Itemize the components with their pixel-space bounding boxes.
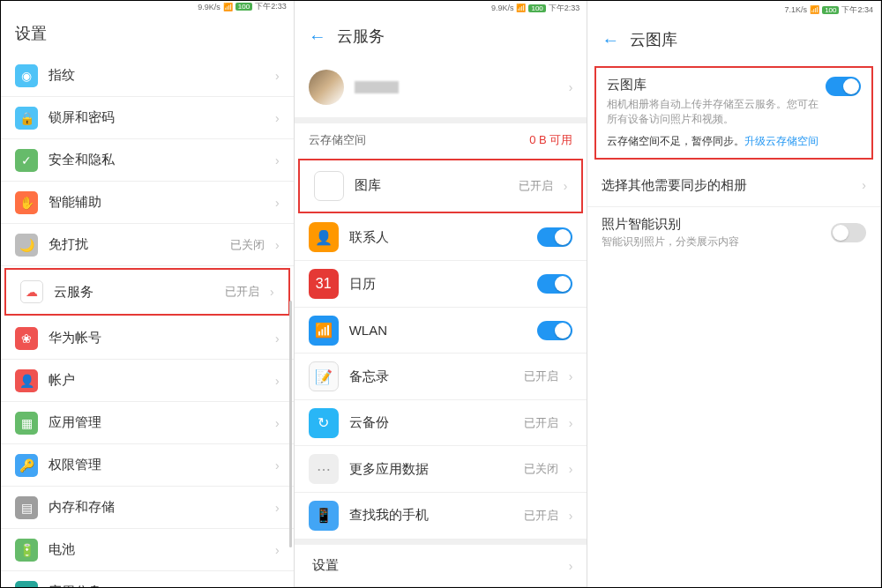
shield-icon: ✓ — [15, 149, 38, 172]
back-button[interactable]: ← — [309, 26, 326, 47]
contacts-toggle[interactable] — [537, 227, 572, 247]
apps-icon: ▦ — [15, 412, 38, 435]
person-icon: 👤 — [15, 369, 38, 392]
item-more-data[interactable]: ⋯更多应用数据已关闭› — [295, 446, 587, 493]
battery-icon: 🔋 — [15, 539, 38, 562]
chevron-right-icon: › — [564, 179, 568, 193]
cloud-gallery-toggle[interactable] — [826, 77, 861, 96]
chevron-right-icon: › — [275, 196, 280, 210]
header: ← 云图库 — [587, 19, 880, 61]
cloud-service-panel: 9.9K/s 📶 100 下午2:33 ← 云服务 › 云存储空间 0 B 可用… — [295, 1, 588, 587]
item-huawei-account[interactable]: ❀华为帐号› — [1, 317, 294, 360]
backup-icon: ↻ — [309, 408, 339, 438]
avatar — [309, 70, 344, 105]
item-battery[interactable]: 🔋电池› — [1, 529, 294, 571]
smart-recognition-toggle[interactable] — [831, 223, 866, 242]
item-wlan[interactable]: 📶WLAN — [295, 308, 587, 354]
profile-row[interactable]: › — [295, 57, 587, 117]
chevron-right-icon: › — [569, 369, 573, 383]
username-redacted — [355, 81, 399, 93]
item-contacts[interactable]: 👤联系人 — [295, 215, 587, 262]
settings-panel: 9.9K/s 📶 100 下午2:33 设置 ◉指纹› 🔒锁屏和密码› ✓安全和… — [1, 1, 295, 587]
chevron-right-icon: › — [569, 416, 573, 430]
status-bar: 7.1K/s 📶 100 下午2:34 — [587, 1, 880, 19]
item-permissions[interactable]: 🔑权限管理› — [1, 444, 294, 487]
storage-warning: 云存储空间不足，暂停同步。升级云存储空间 — [607, 134, 861, 149]
page-title: 云图库 — [630, 29, 677, 50]
net-speed: 9.9K/s — [198, 3, 220, 11]
chevron-right-icon: › — [275, 111, 280, 125]
lock-icon: 🔒 — [15, 107, 38, 130]
item-notes[interactable]: 📝备忘录已开启› — [295, 354, 587, 400]
chevron-right-icon: › — [270, 285, 274, 299]
net-speed: 7.1K/s — [785, 5, 808, 14]
back-button[interactable]: ← — [602, 30, 619, 50]
item-security[interactable]: ✓安全和隐私› — [1, 139, 294, 182]
chevron-right-icon: › — [569, 80, 573, 94]
wlan-toggle[interactable] — [537, 321, 572, 340]
calendar-icon: 31 — [309, 269, 339, 299]
fingerprint-icon: ◉ — [15, 64, 38, 87]
chevron-right-icon: › — [275, 543, 280, 557]
cloud-gallery-panel: 7.1K/s 📶 100 下午2:34 ← 云图库 云图库 相机相册将自动上传并… — [587, 1, 881, 587]
item-fingerprint[interactable]: ◉指纹› — [1, 55, 294, 97]
chevron-right-icon: › — [275, 416, 280, 430]
item-find-phone[interactable]: 📱查找我的手机已开启› — [295, 493, 587, 540]
chevron-right-icon: › — [275, 374, 280, 388]
battery-level: 100 — [528, 4, 545, 12]
twin-icon: ◫ — [15, 581, 38, 588]
item-storage[interactable]: ▤内存和存储› — [1, 487, 294, 529]
highlight-cloud-gallery: 云图库 相机相册将自动上传并存储至云服务。您可在所有设备访问照片和视频。 云存储… — [594, 66, 873, 160]
signal-icon: 📶 — [516, 4, 526, 12]
storage-icon: ▤ — [15, 496, 38, 519]
chevron-right-icon: › — [862, 178, 866, 192]
calendar-toggle[interactable] — [537, 274, 572, 294]
item-accounts[interactable]: 👤帐户› — [1, 360, 294, 402]
item-app-twin[interactable]: ◫应用分身› — [1, 571, 294, 587]
cloud-icon: ☁ — [20, 280, 43, 303]
chevron-right-icon: › — [569, 509, 573, 523]
scrollbar[interactable] — [289, 301, 292, 547]
chevron-right-icon: › — [275, 585, 280, 588]
chevron-right-icon: › — [569, 559, 573, 573]
signal-icon: 📶 — [223, 3, 233, 11]
item-gallery[interactable]: 🖼图库已开启› — [300, 160, 582, 212]
highlight-gallery: 🖼图库已开启› — [298, 159, 584, 213]
item-app-mgmt[interactable]: ▦应用管理› — [1, 402, 294, 444]
battery-level: 100 — [822, 6, 839, 14]
chevron-right-icon: › — [275, 238, 280, 252]
signal-icon: 📶 — [810, 5, 819, 14]
highlight-cloud-service: ☁云服务已开启› — [4, 268, 290, 316]
chevron-right-icon: › — [275, 69, 280, 83]
storage-header[interactable]: 云存储空间 0 B 可用 — [295, 123, 587, 157]
status-bar: 9.9K/s 📶 100 下午2:33 — [295, 1, 587, 15]
wifi-icon: 📶 — [309, 316, 339, 346]
clock: 下午2:33 — [255, 1, 287, 12]
item-smart-recognition[interactable]: 照片智能识别 智能识别照片，分类展示内容 — [587, 207, 880, 258]
huawei-icon: ❀ — [15, 327, 38, 350]
chevron-right-icon: › — [275, 153, 280, 167]
upgrade-storage-link[interactable]: 升级云存储空间 — [744, 135, 818, 147]
status-bar: 9.9K/s 📶 100 下午2:33 — [1, 1, 294, 12]
item-lockscreen[interactable]: 🔒锁屏和密码› — [1, 97, 294, 139]
item-cloud-service[interactable]: ☁云服务已开启› — [6, 270, 288, 314]
item-calendar[interactable]: 31日历 — [295, 261, 587, 308]
key-icon: 🔑 — [15, 454, 38, 477]
page-title: 设置 — [1, 12, 294, 55]
chevron-right-icon: › — [275, 458, 280, 473]
more-icon: ⋯ — [309, 454, 339, 484]
contacts-icon: 👤 — [309, 222, 339, 252]
item-select-albums[interactable]: 选择其他需要同步的相册 › — [587, 165, 880, 207]
page-title: 云服务 — [337, 26, 385, 47]
item-dnd[interactable]: 🌙免打扰已关闭› — [1, 224, 294, 266]
chevron-right-icon: › — [569, 462, 573, 476]
clock: 下午2:34 — [841, 4, 873, 16]
item-accessibility[interactable]: ✋智能辅助› — [1, 182, 294, 224]
battery-level: 100 — [235, 3, 252, 11]
item-settings[interactable]: 设置› — [295, 545, 587, 587]
cloud-gallery-title: 云图库 — [607, 77, 826, 93]
notes-icon: 📝 — [309, 361, 339, 391]
chevron-right-icon: › — [275, 331, 280, 346]
moon-icon: 🌙 — [15, 234, 38, 257]
item-cloud-backup[interactable]: ↻云备份已开启› — [295, 400, 587, 447]
